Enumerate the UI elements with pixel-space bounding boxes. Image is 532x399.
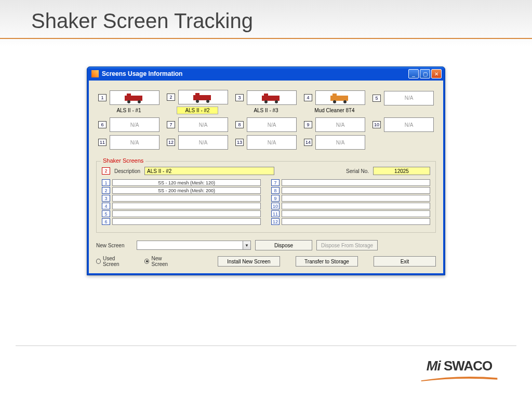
dispose-from-storage-button[interactable]: Dispose From Storage — [316, 240, 378, 250]
slot-number: 12 — [271, 218, 280, 225]
screen-slot-11[interactable] — [282, 210, 430, 217]
group-title: Shaker Screens — [101, 157, 145, 164]
position-number: 4 — [304, 94, 312, 101]
position-number: 13 — [235, 139, 244, 146]
close-button[interactable]: ✕ — [431, 69, 442, 78]
shaker-position-10[interactable]: 10N/A — [373, 117, 434, 132]
window-screens-usage: Screens Usage Information _ ▢ ✕ 1ALS II … — [87, 66, 445, 275]
shaker-position-grid: 1ALS II - #12ALS II - #23ALS II - #34Mud… — [96, 87, 436, 159]
shaker-label: Mud Cleaner 8T4 — [310, 107, 358, 114]
screen-slot-3[interactable] — [112, 195, 261, 202]
screen-slot-6[interactable] — [112, 218, 261, 225]
shaker-position-14[interactable]: 14N/A — [304, 135, 365, 150]
position-number: 8 — [235, 121, 244, 128]
shaker-position-5[interactable]: 5N/A — [373, 91, 434, 114]
chevron-down-icon[interactable]: ▼ — [243, 241, 250, 249]
mud-cleaner-icon — [315, 90, 365, 105]
radio-icon — [96, 259, 101, 264]
slot-number: 10 — [271, 203, 280, 209]
new-screen-label: New Screen — [96, 243, 132, 248]
svg-point-3 — [138, 100, 141, 103]
new-screen-combo[interactable]: ▼ — [137, 241, 251, 250]
shaker-position-4[interactable]: 4Mud Cleaner 8T4 — [304, 90, 365, 114]
used-screen-radio[interactable]: Used Screen — [96, 256, 129, 267]
slot-number: 11 — [271, 210, 280, 217]
description-label: Description — [114, 168, 140, 174]
screen-slot-4[interactable] — [112, 203, 261, 209]
dispose-button[interactable]: Dispose — [255, 240, 312, 250]
empty-position: N/A — [315, 117, 365, 132]
position-number: 5 — [373, 95, 381, 102]
shaker-position-1[interactable]: 1ALS II - #1 — [98, 90, 159, 114]
shaker-icon — [110, 90, 159, 105]
shaker-screens-group: Shaker Screens 2 Description ALS II - #2… — [96, 161, 436, 233]
shaker-label: ALS II - #1 — [108, 107, 150, 114]
empty-position: N/A — [110, 135, 159, 150]
position-number: 9 — [304, 121, 312, 128]
shaker-icon — [178, 90, 228, 104]
position-number: 1 — [98, 94, 107, 101]
screen-slot-12[interactable] — [282, 218, 430, 225]
minimize-button[interactable]: _ — [408, 69, 419, 78]
serial-label: Serial No. — [346, 168, 369, 174]
shaker-label: ALS II - #3 — [245, 107, 287, 114]
slot-number: 1 — [102, 179, 110, 186]
position-number: 14 — [304, 139, 312, 146]
radio-label: New Screen — [151, 256, 176, 267]
svg-point-14 — [333, 100, 336, 103]
svg-point-6 — [196, 100, 199, 103]
shaker-position-6[interactable]: 6N/A — [98, 117, 159, 132]
shaker-position-2[interactable]: 2ALS II - #2 — [167, 90, 228, 114]
screen-slots: 1SS - 120 mesh (Mesh: 120)2SS - 200 mesh… — [102, 179, 430, 226]
description-field[interactable]: ALS II - #2 — [144, 167, 274, 175]
svg-point-10 — [264, 100, 268, 103]
empty-position: N/A — [178, 135, 228, 150]
slot-number: 4 — [102, 203, 110, 209]
screen-slot-8[interactable] — [282, 187, 430, 194]
brand-logo: Mi SWACO — [413, 358, 506, 383]
slide-title: Shaker Screen Tracking — [0, 0, 532, 38]
empty-position: N/A — [247, 135, 297, 150]
screen-slot-7[interactable] — [282, 179, 430, 186]
slot-number: 2 — [102, 187, 110, 194]
position-number: 3 — [235, 94, 244, 101]
position-number: 6 — [98, 121, 107, 128]
shaker-position-12[interactable]: 12N/A — [167, 135, 228, 150]
titlebar[interactable]: Screens Usage Information _ ▢ ✕ — [87, 67, 445, 81]
screen-slot-10[interactable] — [282, 203, 430, 209]
svg-rect-13 — [332, 94, 337, 97]
shaker-position-7[interactable]: 7N/A — [167, 117, 228, 132]
new-screen-radio[interactable]: New Screen — [144, 256, 176, 267]
shaker-position-11[interactable]: 11N/A — [98, 135, 159, 150]
screen-slot-2[interactable]: SS - 200 mesh (Mesh: 200) — [112, 187, 261, 194]
selected-position-number: 2 — [102, 167, 110, 175]
brand-swoosh-icon — [413, 376, 506, 381]
exit-button[interactable]: Exit — [374, 256, 436, 267]
shaker-position-13[interactable]: 13N/A — [235, 135, 297, 150]
empty-position: N/A — [315, 135, 365, 150]
position-number: 10 — [373, 121, 381, 128]
radio-label: Used Screen — [103, 256, 129, 267]
shaker-icon — [247, 90, 297, 105]
screen-slot-9[interactable] — [282, 195, 430, 202]
shaker-position-9[interactable]: 9N/A — [304, 117, 365, 132]
transfer-to-storage-button[interactable]: Transfer to Storage — [296, 256, 358, 267]
position-number: 12 — [167, 139, 175, 146]
shaker-position-8[interactable]: 8N/A — [235, 117, 297, 132]
empty-position: N/A — [384, 117, 434, 132]
slot-number: 8 — [271, 187, 280, 194]
empty-position: N/A — [110, 117, 159, 132]
shaker-position-3[interactable]: 3ALS II - #3 — [235, 90, 297, 114]
install-new-screen-button[interactable]: Install New Screen — [218, 256, 280, 267]
svg-point-2 — [127, 100, 130, 103]
screen-slot-1[interactable]: SS - 120 mesh (Mesh: 120) — [112, 179, 261, 186]
slot-number: 7 — [271, 179, 280, 186]
svg-rect-9 — [264, 94, 268, 97]
maximize-button[interactable]: ▢ — [420, 69, 430, 78]
slot-number: 3 — [102, 195, 110, 202]
empty-position: N/A — [247, 117, 297, 132]
serial-field[interactable]: 12025 — [373, 167, 430, 175]
svg-rect-1 — [127, 94, 131, 97]
screen-slot-5[interactable] — [112, 210, 261, 217]
slot-number: 6 — [102, 218, 110, 225]
